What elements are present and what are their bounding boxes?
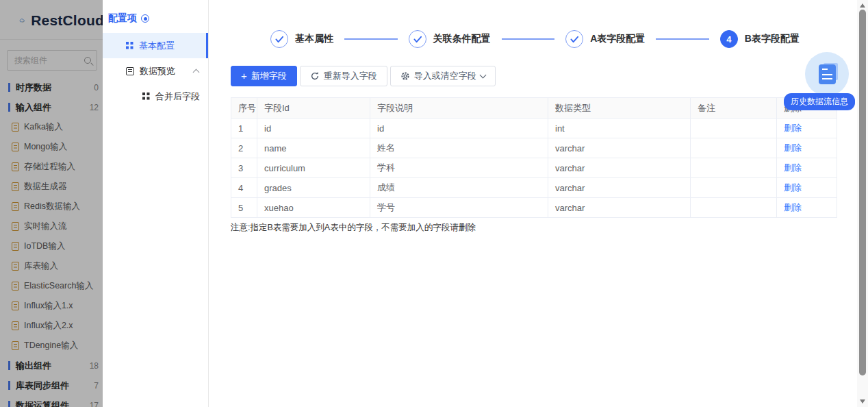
- add-field-label: 新增字段: [251, 70, 287, 82]
- reimport-fields-label: 重新导入字段: [324, 70, 377, 82]
- cell-no: 5: [231, 198, 257, 218]
- table-row: 2 name 姓名 varchar 删除: [231, 138, 837, 158]
- config-item-data-preview[interactable]: 数据预览: [103, 58, 208, 84]
- add-field-button[interactable]: 新增字段: [231, 66, 297, 86]
- cell-no: 3: [231, 158, 257, 178]
- import-or-clear-fields-button[interactable]: 导入或清空字段: [390, 66, 496, 86]
- history-dataflow-badge: 历史数据流信息: [784, 93, 855, 110]
- fields-table-container: 序号 字段Id 字段说明 数据类型 备注 删除 1 id id: [231, 97, 837, 218]
- cell-remark: [691, 158, 777, 178]
- delete-row-link[interactable]: 删除: [784, 143, 802, 153]
- config-item-label: 基本配置: [139, 40, 175, 52]
- cell-data-type: varchar: [548, 138, 691, 158]
- config-panel-title-text: 配置项: [108, 12, 137, 25]
- scroll-up-arrow-icon[interactable]: [860, 3, 865, 8]
- chevron-up-icon[interactable]: [193, 69, 200, 75]
- cell-data-type: varchar: [548, 158, 691, 178]
- table-row: 3 curriculum 学科 varchar 删除: [231, 158, 837, 178]
- cell-field-desc: id: [370, 119, 548, 138]
- cell-field-desc: 学号: [370, 198, 548, 218]
- cell-field-desc: 姓名: [370, 138, 548, 158]
- step-table-b-fields: 4 B表字段配置: [720, 30, 800, 48]
- app-screen: RestCloud 时序数据 0 输入组件 12 Kafka输入: [0, 0, 868, 407]
- step-connector: [502, 38, 555, 40]
- cell-remark: [691, 198, 777, 218]
- scrollbar-thumb[interactable]: [859, 10, 866, 375]
- fields-table: 序号 字段Id 字段说明 数据类型 备注 删除 1 id id: [231, 97, 837, 218]
- cell-field-id: grades: [257, 178, 370, 198]
- cell-field-desc: 学科: [370, 158, 548, 178]
- cell-no: 2: [231, 138, 257, 158]
- cell-remark: [691, 119, 777, 138]
- config-panel-title: 配置项: [103, 12, 208, 25]
- plus-icon: [241, 71, 247, 82]
- step-done-check-icon: [270, 30, 288, 48]
- cell-data-type: varchar: [548, 198, 691, 218]
- grid-icon: [142, 92, 150, 100]
- config-drawer: 配置项 基本配置 数据预览 合并后字段: [103, 0, 868, 407]
- config-item-label: 合并后字段: [155, 90, 200, 103]
- table-note: 注意:指定B表需要加入到A表中的字段，不需要加入的字段请删除: [231, 222, 868, 234]
- vertical-scrollbar[interactable]: [857, 0, 868, 407]
- grid-icon: [126, 42, 133, 49]
- delete-row-link[interactable]: 删除: [784, 123, 802, 133]
- table-row: 5 xuehao 学号 varchar 删除: [231, 198, 837, 218]
- table-header-row: 序号 字段Id 字段说明 数据类型 备注 删除: [231, 98, 837, 119]
- table-row: 1 id id int 删除: [231, 119, 837, 138]
- table-row: 4 grades 成绩 varchar 删除: [231, 178, 837, 198]
- step-join-conditions: 关联条件配置: [409, 30, 491, 48]
- col-header-field-id: 字段Id: [257, 98, 370, 119]
- step-current-number: 4: [720, 30, 738, 48]
- step-connector: [656, 38, 709, 40]
- import-or-clear-label: 导入或清空字段: [414, 70, 476, 82]
- cell-remark: [691, 138, 777, 158]
- col-header-no: 序号: [231, 98, 257, 119]
- reimport-fields-button[interactable]: 重新导入字段: [300, 66, 387, 86]
- step-label: 关联条件配置: [433, 33, 491, 45]
- config-panel: 配置项 基本配置 数据预览 合并后字段: [103, 0, 209, 407]
- cell-field-desc: 成绩: [370, 178, 548, 198]
- step-label: 基本属性: [295, 33, 333, 45]
- step-label: A表字段配置: [590, 33, 645, 45]
- delete-row-link[interactable]: 删除: [784, 182, 802, 193]
- config-item-merged-fields[interactable]: 合并后字段: [103, 84, 208, 109]
- step-basic-attributes: 基本属性: [270, 30, 333, 48]
- config-item-basic[interactable]: 基本配置: [103, 33, 208, 58]
- step-connector: [344, 38, 398, 40]
- cell-field-id: id: [257, 119, 370, 138]
- history-dataflow-button[interactable]: [805, 52, 849, 96]
- main-content: 基本属性 关联条件配置 A表字段配置: [209, 0, 868, 407]
- col-header-field-desc: 字段说明: [370, 98, 548, 119]
- fields-toolbar: 新增字段 重新导入字段 导入或清空字段: [231, 66, 868, 86]
- cell-data-type: varchar: [548, 178, 691, 198]
- cell-field-id: curriculum: [257, 158, 370, 178]
- step-done-check-icon: [409, 30, 426, 48]
- wizard-stepper: 基本属性 关联条件配置 A表字段配置: [270, 30, 800, 48]
- list-icon: [126, 67, 134, 75]
- cell-no: 4: [231, 178, 257, 198]
- cell-field-id: name: [257, 138, 370, 158]
- config-item-label: 数据预览: [140, 65, 175, 77]
- chevron-down-icon: [479, 72, 486, 79]
- scroll-down-arrow-icon[interactable]: [860, 399, 865, 404]
- col-header-data-type: 数据类型: [548, 98, 691, 119]
- gear-icon: [400, 71, 410, 81]
- step-table-a-fields: A表字段配置: [565, 30, 645, 48]
- delete-row-link[interactable]: 删除: [784, 202, 802, 212]
- refresh-icon: [310, 71, 320, 81]
- cell-field-id: xuehao: [257, 198, 370, 218]
- step-done-check-icon: [565, 30, 583, 48]
- cell-no: 1: [231, 119, 257, 138]
- step-label: B表字段配置: [745, 33, 800, 45]
- cell-data-type: int: [548, 119, 691, 138]
- col-header-remark: 备注: [691, 98, 777, 119]
- target-icon: [141, 14, 149, 23]
- delete-row-link[interactable]: 删除: [784, 162, 802, 173]
- config-panel-items: 基本配置 数据预览 合并后字段: [103, 33, 208, 109]
- cell-remark: [691, 178, 777, 198]
- history-document-icon: [819, 64, 836, 84]
